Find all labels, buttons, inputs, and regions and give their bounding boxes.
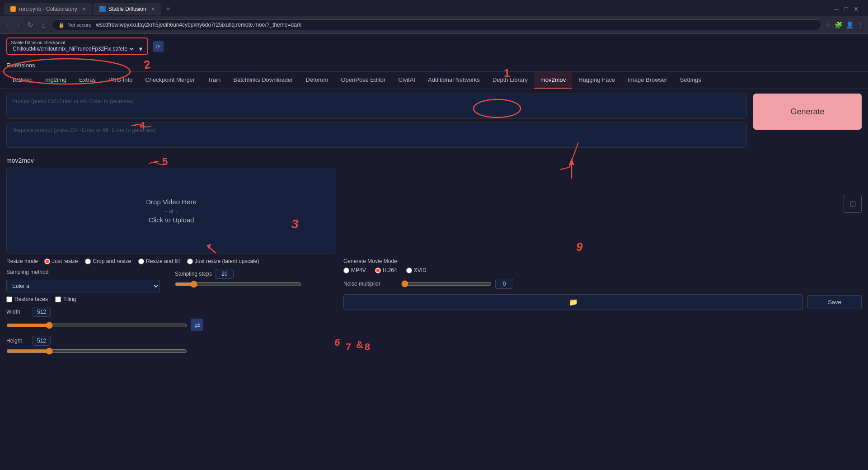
browser-chrome: 🟠 run.ipynb - Colaboratory ✕ 🔵 Stable Di… — [0, 0, 868, 34]
tab-hugging-face[interactable]: Hugging Face — [572, 72, 621, 89]
movie-mode-h264[interactable]: H.264 — [375, 267, 397, 273]
radio-just-resize[interactable] — [44, 258, 50, 264]
tab-additional-networks[interactable]: Additional Networks — [422, 72, 486, 89]
new-tab-button[interactable]: + — [162, 5, 174, 14]
resize-and-fill[interactable]: Resize and fill — [138, 258, 180, 264]
tab-label-sd: Stable Diffusion — [108, 6, 146, 12]
tab-colaboratory[interactable]: 🟠 run.ipynb - Colaboratory ✕ — [4, 3, 92, 15]
prompt-area[interactable]: Prompt (press Ctrl+Enter or Alt+Enter to… — [6, 94, 747, 119]
tab-depth-library[interactable]: Depth Library — [486, 72, 534, 89]
video-dropzone[interactable]: Drop Video Here - or - Click to Upload — [6, 168, 336, 254]
width-slider[interactable] — [6, 322, 187, 329]
home-button[interactable]: ⌂ — [39, 20, 48, 30]
tab-favicon-colab: 🟠 — [10, 6, 16, 12]
height-value: 512 — [33, 336, 51, 346]
radio-crop-resize[interactable] — [85, 258, 91, 264]
radio-latent-upscale[interactable] — [187, 258, 193, 264]
tab-image-browser[interactable]: Image Browser — [621, 72, 673, 89]
profile-icon[interactable]: 👤 — [846, 21, 854, 28]
tab-settings[interactable]: Settings — [674, 72, 708, 89]
address-input[interactable]: 🔒 Not secure wscdfrdwlwpyxxufay2krh5jedi… — [52, 19, 821, 30]
noise-row: Noise multiplier 0 — [343, 279, 862, 289]
swap-dimensions-button[interactable]: ⇄ — [191, 319, 203, 331]
sampling-method-select[interactable]: Euler a — [6, 280, 160, 292]
resize-crop-resize[interactable]: Crop and resize — [85, 258, 131, 264]
prompt-placeholder: Prompt (press Ctrl+Enter or Alt+Enter to… — [12, 98, 133, 104]
browser-actions: ☆ 🧩 👤 ⋮ — [825, 21, 863, 28]
checkpoint-dropdown-arrow: ▼ — [138, 46, 144, 52]
movie-mode-section: Generate Movie Mode MP4V H.264 XVID — [343, 258, 862, 273]
extensions-bar: Extensions — [0, 59, 868, 72]
folder-display: 📁 — [343, 294, 803, 310]
tab-stable-diffusion[interactable]: 🔵 Stable Diffusion ✕ — [93, 3, 161, 15]
tab-close-colab[interactable]: ✕ — [82, 6, 86, 12]
menu-icon[interactable]: ⋮ — [857, 21, 863, 28]
radio-mp4v[interactable] — [343, 268, 349, 273]
noise-label: Noise multiplier — [343, 281, 398, 287]
height-label: Height — [6, 338, 29, 344]
back-button[interactable]: ‹ — [5, 20, 11, 30]
tab-img2img[interactable]: img2img — [38, 72, 73, 89]
tiling-checkbox[interactable] — [55, 296, 61, 302]
main-content: Prompt (press Ctrl+Enter or Alt+Enter to… — [0, 89, 868, 363]
movie-mode-label: Generate Movie Mode — [343, 258, 862, 264]
nav-tabs: txt2img img2img Extras PNG Info Checkpoi… — [0, 72, 868, 89]
tiling-option[interactable]: Tiling — [55, 296, 76, 302]
movie-mode-xvid[interactable]: XVID — [406, 267, 427, 273]
forward-button[interactable]: › — [15, 20, 22, 30]
tab-batchlinks[interactable]: Batchlinks Downloader — [227, 72, 299, 89]
maximize-icon[interactable]: □ — [845, 5, 848, 13]
resize-mode-label: Resize mode — [6, 258, 38, 264]
tab-deforum[interactable]: Deforum — [300, 72, 335, 89]
movie-mode-mp4v[interactable]: MP4V — [343, 267, 366, 273]
radio-h264[interactable] — [375, 268, 381, 273]
section-title: mov2mov — [6, 157, 862, 164]
sampling-method-label: Sampling method — [6, 269, 56, 275]
resize-just-resize[interactable]: Just resize — [44, 258, 78, 264]
checkpoint-dropdown[interactable]: ChilloutMix/chilloutmix_NiPrunedFp32Fix.… — [11, 45, 135, 52]
refresh-checkpoint-button[interactable]: ⟳ — [153, 41, 164, 52]
tab-favicon-sd: 🔵 — [99, 6, 106, 12]
generate-button[interactable]: Generate — [753, 94, 862, 130]
drop-text-line2: - or - — [165, 207, 177, 214]
security-icon: 🔒 — [58, 22, 65, 28]
tab-bar: 🟠 run.ipynb - Colaboratory ✕ 🔵 Stable Di… — [0, 0, 868, 16]
radio-xvid[interactable] — [406, 268, 412, 273]
close-icon[interactable]: ✕ — [854, 5, 859, 13]
image-placeholder-icon: ⊡ — [844, 195, 862, 213]
bottom-toolbar: 📁 Save — [343, 294, 862, 310]
negative-prompt-area[interactable]: Negative prompt (press Ctrl+Enter or Alt… — [6, 122, 747, 148]
restore-faces-checkbox[interactable] — [6, 296, 12, 302]
folder-icon: 📁 — [569, 298, 578, 306]
width-label: Width — [6, 309, 29, 315]
window-controls: ─ □ ✕ — [835, 5, 864, 13]
tab-civitai[interactable]: CivitAI — [392, 72, 422, 89]
address-bar-row: ‹ › ↻ ⌂ 🔒 Not secure wscdfrdwlwpyxxufay2… — [0, 16, 868, 33]
save-button[interactable]: Save — [807, 295, 862, 309]
checkpoint-select: ChilloutMix/chilloutmix_NiPrunedFp32Fix.… — [11, 45, 144, 52]
height-slider[interactable] — [6, 348, 187, 355]
tab-train[interactable]: Train — [201, 72, 227, 89]
tab-label-colab: run.ipynb - Colaboratory — [19, 6, 77, 12]
checkpoint-label: Stable Diffusion checkpoint — [11, 40, 144, 45]
tab-extras[interactable]: Extras — [73, 72, 102, 89]
minimize-icon[interactable]: ─ — [835, 5, 839, 13]
resize-latent-upscale[interactable]: Just resize (latent upscale) — [187, 258, 259, 264]
restore-faces-option[interactable]: Restore faces — [6, 296, 48, 302]
width-value: 512 — [33, 307, 51, 317]
reload-button[interactable]: ↻ — [25, 20, 36, 30]
tab-png-info[interactable]: PNG Info — [102, 72, 139, 89]
negative-prompt-placeholder: Negative prompt (press Ctrl+Enter or Alt… — [12, 127, 155, 133]
tab-close-sd[interactable]: ✕ — [151, 6, 155, 12]
sampling-steps-slider[interactable] — [175, 281, 301, 288]
tab-checkpoint-merger[interactable]: Checkpoint Merger — [139, 72, 201, 89]
noise-slider[interactable] — [401, 280, 492, 287]
radio-resize-fill[interactable] — [138, 258, 144, 264]
tab-txt2img[interactable]: txt2img — [6, 72, 38, 89]
tab-mov2mov[interactable]: mov2mov — [534, 72, 572, 89]
star-icon[interactable]: ☆ — [825, 21, 831, 28]
checkpoint-bar: Stable Diffusion checkpoint ChilloutMix/… — [0, 34, 868, 59]
tab-openpose[interactable]: OpenPose Editor — [334, 72, 392, 89]
checkpoint-select-wrap: Stable Diffusion checkpoint ChilloutMix/… — [6, 38, 148, 55]
extensions-icon[interactable]: 🧩 — [835, 21, 842, 28]
